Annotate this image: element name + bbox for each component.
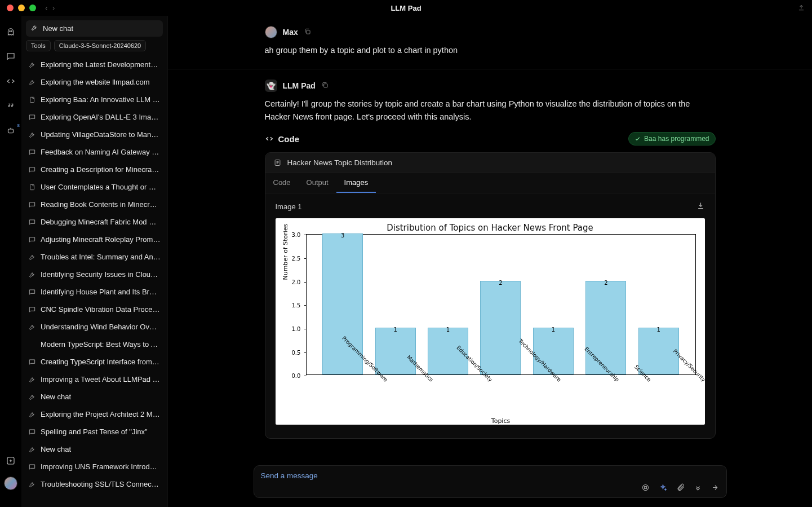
chat-item[interactable]: CNC Spindle Vibration Data Processin...: [24, 301, 165, 318]
forward-button[interactable]: ›: [52, 3, 55, 12]
chat-item[interactable]: Modern TypeScript: Best Ways to Access..…: [24, 336, 165, 353]
svg-rect-5: [30, 184, 34, 189]
send-icon[interactable]: [711, 483, 720, 492]
new-chat-row[interactable]: New chat: [26, 20, 163, 37]
expand-icon[interactable]: [694, 483, 702, 492]
doc-icon: [28, 183, 36, 191]
assistant-name: LLM Pad: [283, 81, 316, 90]
chat-item[interactable]: Debugging Minecraft Fabric Mod Bloc...: [24, 213, 165, 231]
assistant-text: Certainly! I'll group the stories by top…: [265, 98, 716, 123]
message-input[interactable]: [261, 471, 720, 480]
none-icon: [28, 341, 36, 349]
chat-item[interactable]: Reading Book Contents in Minecraft ...: [24, 196, 165, 213]
wrench-icon: [28, 411, 36, 418]
chat-item[interactable]: Creating TypeScript Interface from O...: [24, 353, 165, 371]
wrench-icon: [28, 271, 36, 279]
titlebar: ‹ › LLM Pad: [0, 0, 812, 16]
code-heading-label: Code: [278, 134, 300, 144]
chat-item-label: Reading Book Contents in Minecraft ...: [41, 200, 161, 209]
close-window-button[interactable]: [7, 5, 14, 11]
quotes-icon[interactable]: [5, 100, 16, 112]
chat-item-label: Identifying Security Issues in Cloud P..…: [41, 270, 161, 279]
chat-icon: [28, 201, 36, 209]
chat-item[interactable]: Exploring the Project Architect 2 Mine..…: [24, 405, 165, 423]
window-traffic-lights: [7, 5, 36, 11]
chat-item[interactable]: Improving UNS Framework Introducti...: [24, 458, 165, 475]
chat-item[interactable]: Adjusting Minecraft Roleplay Prompt f...: [24, 231, 165, 248]
user-avatar[interactable]: [4, 477, 17, 490]
code-block-title: Hacker News Topic Distribution: [265, 153, 715, 173]
chat-icon: [28, 358, 36, 366]
chat-item-label: Updating VillageDataStore to Manage...: [41, 130, 161, 139]
chat-item[interactable]: Exploring the Latest Developments in AI: [24, 56, 165, 73]
ytick-label: 0.0: [292, 373, 301, 379]
rail-badge: 8: [17, 123, 20, 128]
tab-output[interactable]: Output: [299, 173, 336, 193]
chat-item[interactable]: Identifying House Plant and Its Breedi..…: [24, 283, 165, 301]
user-message: Max ah group them by a topic and plot to…: [168, 16, 812, 69]
svg-point-0: [10, 31, 11, 32]
bot-icon[interactable]: 8: [5, 125, 16, 136]
sparkle-icon[interactable]: [659, 483, 667, 492]
chat-item[interactable]: Exploring the website llmpad.com: [24, 73, 165, 91]
bar: 2: [580, 281, 632, 375]
chat-item[interactable]: Improving a Tweet About LLMPad and...: [24, 371, 165, 388]
chat-item[interactable]: Updating VillageDataStore to Manage...: [24, 126, 165, 143]
chat-icon: [28, 218, 36, 226]
share-button[interactable]: [797, 3, 805, 13]
sidebar: New chat Tools Claude-3-5-Sonnet-2024062…: [21, 16, 168, 507]
wrench-icon: [28, 376, 36, 383]
chat-item-label: Improving a Tweet About LLMPad and...: [41, 375, 161, 383]
svg-rect-10: [644, 487, 646, 489]
wrench-icon: [30, 24, 38, 33]
image-pane: Image 1 Distribution of Topics on Hacker…: [265, 193, 715, 438]
status-text: Baa has programmed: [644, 135, 709, 143]
chat-item-label: Troubles at Intel: Summary and Analy...: [41, 253, 161, 261]
ghost-icon[interactable]: [5, 26, 16, 37]
chat-item[interactable]: Creating a Description for Minecraft ...: [24, 161, 165, 178]
tools-pill[interactable]: Tools: [26, 40, 51, 51]
tab-code[interactable]: Code: [265, 173, 299, 193]
chat-item[interactable]: Exploring Baa: An Innovative LLM and ...: [24, 91, 165, 108]
chat-item-label: Exploring the Project Architect 2 Mine..…: [41, 410, 161, 418]
chat-item[interactable]: Spelling and Past Tense of "Jinx": [24, 423, 165, 440]
attach-icon[interactable]: [676, 483, 685, 492]
chat-item[interactable]: User Contemplates a Thought or Deci...: [24, 178, 165, 196]
code-icon[interactable]: [5, 76, 16, 87]
copy-icon[interactable]: [304, 28, 312, 37]
chats-icon[interactable]: [5, 51, 16, 62]
wrench-icon: [28, 253, 36, 261]
code-section-heading: Code: [265, 134, 300, 144]
chat-item[interactable]: Identifying Security Issues in Cloud P..…: [24, 266, 165, 283]
add-icon[interactable]: [5, 455, 16, 466]
chat-item[interactable]: New chat: [24, 440, 165, 458]
svg-point-9: [642, 485, 648, 491]
chat-icon: [28, 428, 36, 436]
chat-item[interactable]: Feedback on Naming AI Gateway Soft...: [24, 143, 165, 161]
chat-item[interactable]: Troubles at Intel: Summary and Analy...: [24, 248, 165, 266]
maximize-window-button[interactable]: [29, 5, 36, 11]
model-pill[interactable]: Claude-3-5-Sonnet-20240620: [54, 40, 147, 51]
chat-item[interactable]: Troubleshooting SSL/TLS Connection ...: [24, 475, 165, 493]
chat-list: Exploring the Latest Developments in AIE…: [21, 56, 167, 507]
copy-icon[interactable]: [321, 81, 329, 91]
chat-item[interactable]: Exploring OpenAI's DALL-E 3 Image G...: [24, 108, 165, 126]
tab-images[interactable]: Images: [336, 173, 376, 193]
chat-icon: [28, 113, 36, 121]
code-block: Hacker News Topic Distribution Code Outp…: [265, 152, 716, 439]
chat-icon: [28, 463, 36, 471]
download-icon[interactable]: [696, 201, 705, 211]
wrench-icon: [28, 131, 36, 139]
stop-icon[interactable]: [641, 483, 650, 492]
user-avatar-small: [265, 26, 277, 38]
minimize-window-button[interactable]: [18, 5, 25, 11]
chat-item-label: Exploring OpenAI's DALL-E 3 Image G...: [41, 113, 161, 121]
chat-item-label: User Contemplates a Thought or Deci...: [41, 183, 161, 191]
back-button[interactable]: ‹: [45, 3, 48, 12]
ytick-label: 3.0: [292, 232, 301, 238]
chat-item-label: Understanding Wind Behavior Over Hi...: [41, 323, 161, 331]
chat-item-label: Exploring the website llmpad.com: [41, 78, 150, 86]
chat-item[interactable]: New chat: [24, 388, 165, 405]
chat-item[interactable]: Understanding Wind Behavior Over Hi...: [24, 318, 165, 336]
code-block-title-text: Hacker News Topic Distribution: [287, 158, 393, 167]
